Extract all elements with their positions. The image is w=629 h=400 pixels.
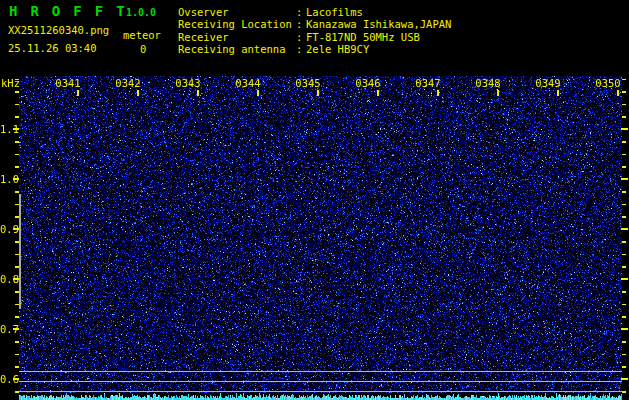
y-axis-tick-label: 1.0 — [0, 173, 12, 185]
frequency-marker-line — [19, 371, 622, 372]
info-row-colon: : — [296, 18, 306, 30]
y-axis-minor-tick-right — [622, 241, 626, 243]
y-axis-minor-tick-right — [622, 166, 626, 168]
x-axis-tick — [317, 90, 319, 96]
y-axis-minor-tick-right — [622, 191, 626, 193]
y-axis-minor-tick-right — [622, 366, 626, 368]
hrofft-screen: { "header": { "app_name": "HROFFT", "ver… — [0, 0, 629, 400]
y-axis-minor-tick-right — [622, 254, 626, 256]
y-axis-minor-tick — [15, 79, 19, 81]
y-axis-minor-tick-right — [622, 216, 626, 218]
y-axis-minor-tick-right — [622, 266, 626, 268]
x-axis-tick — [437, 90, 439, 96]
y-axis-minor-tick — [15, 354, 19, 356]
meteor-count: 0 — [140, 43, 146, 55]
station-info-block: Ovserver:LacofilmsReceiving Location:Kan… — [178, 6, 451, 56]
x-axis-tick-label: 0345 — [286, 77, 330, 89]
info-row-colon: : — [296, 31, 306, 43]
x-axis-tick — [257, 90, 259, 96]
output-filename: XX2511260340.png — [8, 24, 109, 36]
x-axis-tick — [617, 90, 619, 96]
x-axis-tick — [377, 90, 379, 96]
y-axis-minor-tick-right — [622, 391, 626, 393]
y-axis-minor-tick-right — [622, 341, 626, 343]
info-row-value: Lacofilms — [306, 6, 363, 18]
y-axis-major-tick-right — [621, 278, 628, 280]
frequency-marker-line — [19, 391, 622, 392]
info-row: Ovserver:Lacofilms — [178, 6, 451, 18]
y-axis-minor-tick-right — [622, 91, 626, 93]
x-axis-tick — [197, 90, 199, 96]
x-axis-tick — [137, 90, 139, 96]
info-row-colon: : — [296, 43, 306, 55]
y-axis-tick-label: 0.9 — [0, 223, 12, 235]
y-axis-minor-tick — [15, 341, 19, 343]
y-axis-major-tick-right — [621, 128, 628, 130]
info-row-label: Receiving antenna — [178, 43, 296, 55]
spectrogram-noise-canvas — [19, 76, 622, 393]
x-axis-tick-label: 0344 — [226, 77, 270, 89]
y-axis-minor-tick-right — [622, 204, 626, 206]
x-axis-tick — [557, 90, 559, 96]
y-axis-minor-tick-right — [622, 354, 626, 356]
y-axis-major-tick-right — [621, 378, 628, 380]
y-axis-minor-tick — [15, 91, 19, 93]
info-row-label: Receiving Location — [178, 18, 296, 30]
y-axis-minor-tick-right — [622, 104, 626, 106]
y-axis-minor-tick-right — [622, 154, 626, 156]
y-axis-minor-tick-right — [622, 304, 626, 306]
y-axis-minor-tick — [15, 191, 19, 193]
info-row-value: FT-817ND 50MHz USB — [306, 31, 420, 43]
y-axis-tick-label: 0.7 — [0, 323, 12, 335]
y-axis-minor-tick-right — [622, 291, 626, 293]
y-axis-minor-tick-right — [622, 141, 626, 143]
y-axis-minor-tick — [15, 104, 19, 106]
x-axis-tick-label: 0349 — [526, 77, 570, 89]
x-axis-tick-label: 0341 — [46, 77, 90, 89]
spectrogram-plot: kHz 1.11.00.90.80.70.6034103420343034403… — [0, 62, 629, 400]
info-row: Receiving Location:Kanazawa Ishikawa,JAP… — [178, 18, 451, 30]
y-axis-minor-tick — [15, 166, 19, 168]
frequency-range-marker-line — [19, 194, 21, 309]
info-row: Receiving antenna:2ele HB9CY — [178, 43, 451, 55]
x-axis-tick-label: 0347 — [406, 77, 450, 89]
frequency-marker-line — [19, 381, 622, 382]
y-axis-minor-tick-right — [622, 116, 626, 118]
info-row: Receiver:FT-817ND 50MHz USB — [178, 31, 451, 43]
info-row-value: 2ele HB9CY — [306, 43, 369, 55]
y-axis-minor-tick-right — [622, 316, 626, 318]
x-axis-tick — [77, 90, 79, 96]
info-row-colon: : — [296, 6, 306, 18]
y-axis-tick-label: 0.6 — [0, 373, 12, 385]
x-axis-tick-label: 0346 — [346, 77, 390, 89]
info-row-label: Receiver — [178, 31, 296, 43]
x-axis-tick-label: 0350 — [586, 77, 629, 89]
info-row-label: Ovserver — [178, 6, 296, 18]
y-axis-tick-label: 0.8 — [0, 273, 12, 285]
y-axis-minor-tick — [15, 141, 19, 143]
x-axis-tick-label: 0342 — [106, 77, 150, 89]
app-title: HROFFT — [9, 3, 138, 19]
info-row-value: Kanazawa Ishikawa,JAPAN — [306, 18, 451, 30]
y-axis-minor-tick — [15, 154, 19, 156]
y-axis-major-tick-right — [621, 328, 628, 330]
signal-level-strip-canvas — [19, 393, 622, 400]
x-axis-tick — [497, 90, 499, 96]
y-axis-minor-tick — [15, 316, 19, 318]
mode-label: meteor — [123, 29, 161, 41]
y-axis-major-tick-right — [621, 178, 628, 180]
x-axis-tick-label: 0343 — [166, 77, 210, 89]
observation-datetime: 25.11.26 03:40 — [8, 42, 97, 54]
app-version: 1.0.0 — [126, 7, 156, 18]
y-axis-minor-tick — [15, 116, 19, 118]
x-axis-tick-label: 0348 — [466, 77, 510, 89]
y-axis-minor-tick — [15, 366, 19, 368]
y-axis-major-tick-right — [621, 228, 628, 230]
y-axis-tick-label: 1.1 — [0, 123, 12, 135]
